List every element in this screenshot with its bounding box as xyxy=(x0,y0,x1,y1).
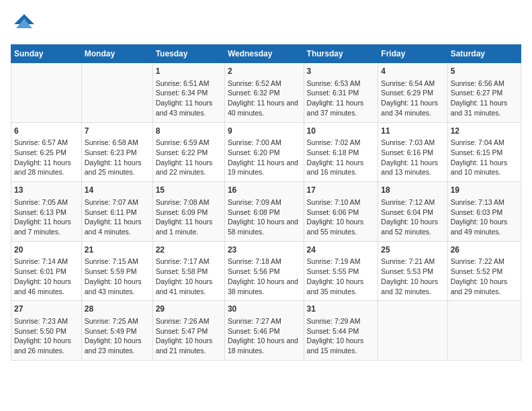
day-info: Sunrise: 7:18 AM xyxy=(228,257,301,267)
day-info: Sunset: 6:04 PM xyxy=(381,208,444,218)
day-info: Daylight: 10 hours and 49 minutes. xyxy=(451,217,518,236)
day-number: 7 xyxy=(85,126,150,137)
day-info: Sunset: 5:50 PM xyxy=(14,326,79,336)
day-info: Sunrise: 7:10 AM xyxy=(307,197,375,208)
day-info: Daylight: 11 hours and 43 minutes. xyxy=(156,98,222,118)
calendar-week-4: 20Sunrise: 7:14 AMSunset: 6:01 PMDayligh… xyxy=(11,241,521,301)
day-number: 4 xyxy=(381,66,444,77)
day-number: 20 xyxy=(14,244,79,256)
day-number: 29 xyxy=(156,304,222,315)
day-number: 11 xyxy=(381,126,444,137)
day-number: 18 xyxy=(381,185,444,196)
day-info: Daylight: 11 hours and 16 minutes. xyxy=(307,158,375,177)
day-number: 16 xyxy=(228,185,301,196)
calendar-cell: 20Sunrise: 7:14 AMSunset: 6:01 PMDayligh… xyxy=(11,241,82,301)
day-info: Sunset: 6:16 PM xyxy=(381,148,444,158)
day-info: Sunrise: 7:22 AM xyxy=(451,257,518,267)
day-info: Sunset: 6:23 PM xyxy=(85,148,150,158)
calendar-cell: 3Sunrise: 6:53 AMSunset: 6:31 PMDaylight… xyxy=(304,63,378,123)
day-header-sunday: Sunday xyxy=(11,45,82,63)
calendar-cell xyxy=(447,301,521,361)
day-info: Sunrise: 7:07 AM xyxy=(85,197,150,208)
day-info: Sunset: 6:31 PM xyxy=(307,88,375,98)
day-number: 15 xyxy=(156,185,222,196)
logo xyxy=(11,11,42,38)
day-info: Sunset: 5:46 PM xyxy=(228,326,301,336)
day-number: 28 xyxy=(85,304,150,315)
calendar-cell: 13Sunrise: 7:05 AMSunset: 6:13 PMDayligh… xyxy=(11,182,82,242)
calendar-cell: 5Sunrise: 6:56 AMSunset: 6:27 PMDaylight… xyxy=(447,63,521,123)
day-info: Sunrise: 6:56 AM xyxy=(451,79,518,89)
calendar-cell: 18Sunrise: 7:12 AMSunset: 6:04 PMDayligh… xyxy=(378,182,447,242)
day-info: Daylight: 11 hours and 40 minutes. xyxy=(228,98,301,118)
day-number: 26 xyxy=(451,244,518,256)
day-info: Sunrise: 7:29 AM xyxy=(307,316,375,326)
calendar-week-5: 27Sunrise: 7:23 AMSunset: 5:50 PMDayligh… xyxy=(11,301,521,361)
calendar-cell xyxy=(378,301,447,361)
calendar-cell: 2Sunrise: 6:52 AMSunset: 6:32 PMDaylight… xyxy=(224,63,304,123)
calendar-cell: 28Sunrise: 7:25 AMSunset: 5:49 PMDayligh… xyxy=(81,301,152,361)
day-info: Daylight: 10 hours and 29 minutes. xyxy=(451,277,518,296)
day-info: Daylight: 10 hours and 32 minutes. xyxy=(381,277,444,296)
day-number: 21 xyxy=(85,244,150,256)
day-info: Sunset: 6:15 PM xyxy=(451,148,518,158)
calendar-cell xyxy=(81,63,152,123)
day-info: Sunset: 6:20 PM xyxy=(228,148,301,158)
day-info: Daylight: 10 hours and 52 minutes. xyxy=(381,217,444,236)
page-header xyxy=(11,11,521,38)
day-info: Daylight: 11 hours and 28 minutes. xyxy=(14,158,79,177)
calendar-week-3: 13Sunrise: 7:05 AMSunset: 6:13 PMDayligh… xyxy=(11,182,521,242)
calendar-cell: 1Sunrise: 6:51 AMSunset: 6:34 PMDaylight… xyxy=(152,63,224,123)
day-info: Sunset: 6:29 PM xyxy=(381,88,444,98)
header-row: SundayMondayTuesdayWednesdayThursdayFrid… xyxy=(11,45,521,63)
calendar-cell: 7Sunrise: 6:58 AMSunset: 6:23 PMDaylight… xyxy=(81,122,152,182)
calendar-cell xyxy=(11,63,82,123)
day-info: Daylight: 10 hours and 46 minutes. xyxy=(14,277,79,296)
logo-icon xyxy=(11,11,38,38)
day-info: Sunrise: 6:51 AM xyxy=(156,79,222,89)
day-number: 12 xyxy=(451,126,518,137)
day-info: Sunset: 5:59 PM xyxy=(85,267,150,277)
day-info: Sunset: 5:49 PM xyxy=(85,326,150,336)
day-info: Sunrise: 7:14 AM xyxy=(14,257,79,267)
day-info: Daylight: 10 hours and 38 minutes. xyxy=(228,277,301,296)
day-number: 3 xyxy=(307,66,375,77)
day-info: Sunrise: 7:05 AM xyxy=(14,197,79,208)
calendar-cell: 23Sunrise: 7:18 AMSunset: 5:56 PMDayligh… xyxy=(224,241,304,301)
day-number: 8 xyxy=(156,126,222,137)
day-info: Sunset: 6:22 PM xyxy=(156,148,222,158)
day-info: Daylight: 10 hours and 41 minutes. xyxy=(156,277,222,296)
day-info: Daylight: 11 hours and 19 minutes. xyxy=(228,158,301,177)
day-header-saturday: Saturday xyxy=(447,45,521,63)
day-number: 10 xyxy=(307,126,375,137)
day-info: Sunrise: 7:17 AM xyxy=(156,257,222,267)
day-info: Daylight: 10 hours and 35 minutes. xyxy=(307,277,375,296)
day-number: 2 xyxy=(228,66,301,77)
day-info: Sunrise: 6:53 AM xyxy=(307,79,375,89)
calendar-cell: 21Sunrise: 7:15 AMSunset: 5:59 PMDayligh… xyxy=(81,241,152,301)
day-info: Daylight: 11 hours and 25 minutes. xyxy=(85,158,150,177)
day-info: Daylight: 10 hours and 21 minutes. xyxy=(156,336,222,355)
day-info: Sunset: 6:03 PM xyxy=(451,208,518,218)
day-info: Sunrise: 7:23 AM xyxy=(14,316,79,326)
calendar-cell: 10Sunrise: 7:02 AMSunset: 6:18 PMDayligh… xyxy=(304,122,378,182)
day-info: Sunset: 6:18 PM xyxy=(307,148,375,158)
day-info: Sunrise: 7:21 AM xyxy=(381,257,444,267)
day-info: Daylight: 10 hours and 43 minutes. xyxy=(85,277,150,296)
day-info: Daylight: 11 hours and 37 minutes. xyxy=(307,98,375,118)
day-info: Sunset: 5:56 PM xyxy=(228,267,301,277)
day-info: Sunrise: 7:13 AM xyxy=(451,197,518,208)
calendar-cell: 17Sunrise: 7:10 AMSunset: 6:06 PMDayligh… xyxy=(304,182,378,242)
day-info: Daylight: 11 hours and 34 minutes. xyxy=(381,98,444,118)
day-info: Daylight: 11 hours and 22 minutes. xyxy=(156,158,222,177)
day-info: Sunset: 6:34 PM xyxy=(156,88,222,98)
day-info: Daylight: 11 hours and 7 minutes. xyxy=(14,217,79,236)
calendar-cell: 14Sunrise: 7:07 AMSunset: 6:11 PMDayligh… xyxy=(81,182,152,242)
day-info: Sunrise: 6:59 AM xyxy=(156,138,222,148)
day-info: Sunset: 6:13 PM xyxy=(14,208,79,218)
day-header-thursday: Thursday xyxy=(304,45,378,63)
day-number: 27 xyxy=(14,304,79,315)
day-header-monday: Monday xyxy=(81,45,152,63)
day-info: Daylight: 10 hours and 18 minutes. xyxy=(228,336,301,355)
day-info: Sunset: 6:25 PM xyxy=(14,148,79,158)
